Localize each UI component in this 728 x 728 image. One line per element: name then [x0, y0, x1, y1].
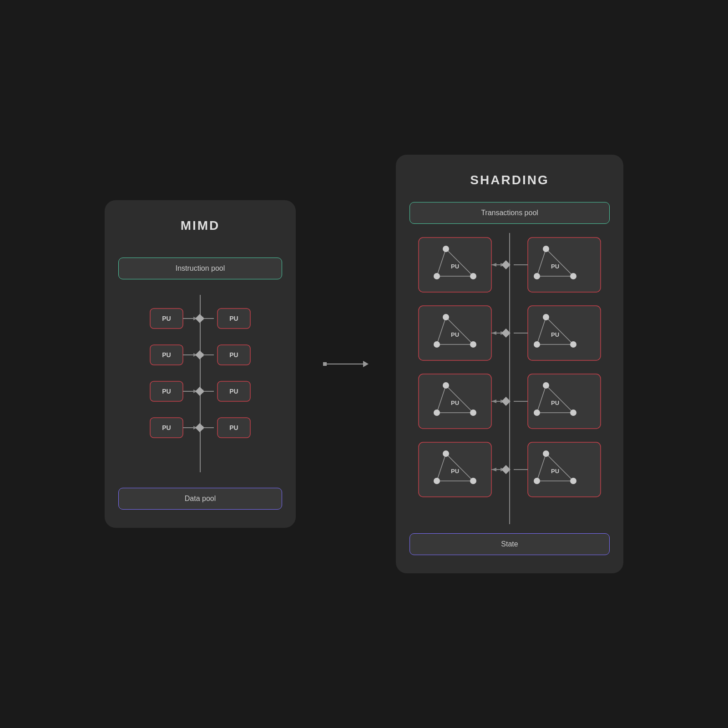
- mimd-diagram: PU PU PU PU PU PU: [123, 295, 278, 472]
- svg-text:PU: PU: [551, 263, 559, 270]
- svg-point-52: [534, 273, 540, 279]
- svg-text:PU: PU: [162, 315, 171, 322]
- svg-point-69: [534, 341, 540, 348]
- svg-text:PU: PU: [229, 388, 238, 395]
- svg-point-42: [434, 273, 440, 279]
- svg-point-67: [543, 314, 549, 320]
- svg-point-84: [543, 382, 549, 389]
- svg-rect-98: [501, 465, 511, 474]
- svg-text:PU: PU: [551, 399, 559, 406]
- sharding-title: SHARDING: [470, 173, 549, 187]
- svg-point-50: [543, 246, 549, 252]
- svg-text:PU: PU: [229, 424, 238, 431]
- svg-text:PU: PU: [162, 388, 171, 395]
- svg-point-76: [434, 410, 440, 416]
- svg-rect-81: [501, 397, 511, 406]
- state-box: State: [410, 533, 610, 555]
- svg-point-93: [434, 478, 440, 484]
- svg-text:PU: PU: [162, 424, 171, 431]
- svg-point-75: [470, 410, 476, 416]
- data-pool-label: Data pool: [185, 495, 216, 502]
- svg-point-58: [470, 341, 476, 348]
- svg-point-92: [470, 478, 476, 484]
- svg-rect-82: [528, 374, 601, 429]
- svg-point-74: [443, 382, 449, 389]
- svg-point-102: [570, 478, 576, 484]
- svg-text:PU: PU: [451, 399, 459, 406]
- svg-point-51: [570, 273, 576, 279]
- svg-marker-80: [491, 399, 496, 403]
- svg-point-40: [443, 246, 449, 252]
- svg-point-59: [434, 341, 440, 348]
- mimd-panel: MIMD Instruction pool PU PU PU: [105, 200, 296, 528]
- svg-text:PU: PU: [551, 468, 559, 475]
- svg-rect-18: [195, 350, 204, 359]
- sharding-diagram: PU PU PU: [410, 233, 610, 524]
- svg-point-101: [543, 450, 549, 457]
- svg-text:PU: PU: [551, 331, 559, 338]
- arrow-line: [327, 364, 363, 364]
- svg-marker-63: [491, 331, 496, 335]
- svg-point-85: [570, 410, 576, 416]
- mimd-title: MIMD: [181, 218, 220, 233]
- svg-text:PU: PU: [162, 351, 171, 359]
- svg-point-57: [443, 314, 449, 320]
- between-arrow: [323, 361, 369, 367]
- svg-point-41: [470, 273, 476, 279]
- svg-point-103: [534, 478, 540, 484]
- transactions-pool-label: Transactions pool: [481, 209, 538, 217]
- svg-text:PU: PU: [451, 331, 459, 338]
- data-pool-box: Data pool: [118, 488, 282, 510]
- svg-marker-46: [491, 263, 496, 267]
- svg-rect-27: [195, 387, 204, 396]
- instruction-pool-box: Instruction pool: [118, 258, 282, 279]
- svg-rect-9: [195, 314, 204, 323]
- state-label: State: [501, 540, 518, 548]
- svg-point-68: [570, 341, 576, 348]
- svg-rect-99: [528, 442, 601, 497]
- svg-text:PU: PU: [229, 315, 238, 322]
- instruction-pool-label: Instruction pool: [176, 264, 225, 272]
- svg-marker-97: [491, 468, 496, 471]
- svg-point-86: [534, 410, 540, 416]
- main-container: MIMD Instruction pool PU PU PU: [105, 155, 623, 573]
- svg-rect-47: [501, 260, 511, 269]
- svg-rect-65: [528, 306, 601, 360]
- arrow-tip: [363, 361, 369, 367]
- svg-text:PU: PU: [451, 468, 459, 475]
- svg-text:PU: PU: [229, 351, 238, 359]
- sharding-panel: SHARDING Transactions pool PU: [396, 155, 623, 573]
- svg-rect-48: [528, 238, 601, 292]
- svg-rect-36: [195, 423, 204, 432]
- transactions-pool-box: Transactions pool: [410, 202, 610, 224]
- arrow-cap: [323, 362, 327, 366]
- svg-text:PU: PU: [451, 263, 459, 270]
- svg-rect-64: [501, 329, 511, 338]
- svg-point-91: [443, 450, 449, 457]
